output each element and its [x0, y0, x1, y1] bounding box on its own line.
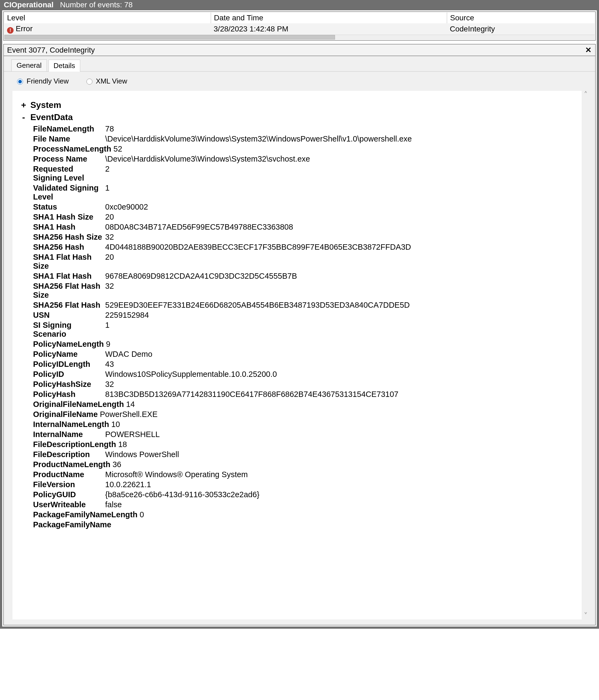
kv-value: 18 — [118, 440, 127, 449]
kv-value: Microsoft® Windows® Operating System — [105, 470, 571, 479]
table-row[interactable]: !Error 3/28/2023 1:42:48 PM CodeIntegrit… — [4, 23, 595, 35]
kv-key: SHA256 Hash Size — [33, 233, 103, 242]
kv-key: PolicyNameLength9 — [33, 340, 571, 349]
tab-general[interactable]: General — [11, 59, 47, 71]
kv-key: USN — [33, 311, 103, 320]
kv-value: 36 — [113, 460, 121, 469]
kv-key: ProductName — [33, 470, 103, 479]
kv-key: PolicyName — [33, 350, 103, 359]
cell-level-text: Error — [16, 24, 32, 33]
kv-value: 0xc0e90002 — [105, 202, 571, 211]
kv-key: PolicyIDLength — [33, 360, 103, 369]
kv-value: \Device\HarddiskVolume3\Windows\System32… — [105, 154, 571, 164]
kv-key: OriginalFileNameLength 14 — [33, 400, 571, 409]
eventdata-kv-list: FileNameLength 78 File Name \Device\Hard… — [33, 124, 571, 529]
expand-icon[interactable]: + — [21, 100, 27, 110]
grid-horizontal-scrollbar[interactable] — [4, 35, 595, 40]
kv-key: SHA1 Hash Size — [33, 212, 103, 222]
kv-key: SI Signing Scenario — [33, 321, 103, 339]
radio-friendly-view-label: Friendly View — [27, 77, 69, 85]
kv-value: 2 — [105, 165, 571, 182]
kv-key: SHA256 Flat Hash — [33, 301, 103, 309]
cell-date: 3/28/2023 1:42:48 PM — [211, 23, 447, 35]
kv-key: PackageFamilyNameLength 0 — [33, 510, 571, 519]
radio-xml-view[interactable]: XML View — [85, 77, 127, 85]
kv-key: UserWriteable — [33, 500, 103, 509]
kv-key: PolicyGUID — [33, 490, 103, 499]
radio-xml-view-label: XML View — [96, 77, 127, 85]
kv-value: 1 — [105, 321, 571, 339]
kv-value: 52 — [114, 145, 122, 153]
kv-value: \Device\HarddiskVolume3\Windows\System32… — [105, 134, 571, 144]
kv-key: SHA256 Hash — [33, 243, 103, 252]
tree-node-system-label: System — [30, 100, 61, 110]
scrollbar-track[interactable] — [335, 35, 595, 40]
col-header-source[interactable]: Source — [447, 12, 595, 23]
kv-value: 0 — [140, 510, 144, 519]
tab-strip: General Details — [4, 56, 595, 71]
event-detail-header: Event 3077, CodeIntegrity ✕ — [3, 44, 596, 56]
kv-value: Windows10SPolicySupplementable.10.0.2520… — [105, 370, 571, 379]
view-mode-row: Friendly View XML View — [16, 77, 590, 85]
kv-value: 9678EA8069D9812CDA2A41C9D3DC32D5C4555B7B — [105, 272, 571, 281]
kv-value: 32 — [105, 282, 571, 300]
scroll-down-icon[interactable]: ˅ — [582, 612, 590, 620]
kv-key: InternalName — [33, 430, 103, 439]
kv-value: 10.0.22621.1 — [105, 480, 571, 489]
tab-details[interactable]: Details — [49, 60, 80, 72]
kv-value: 9 — [106, 340, 110, 349]
titlebar-app: CIOperational — [4, 1, 54, 9]
radio-friendly-view[interactable]: Friendly View — [16, 77, 69, 85]
kv-key: File Name — [33, 134, 103, 144]
kv-value: 14 — [126, 400, 135, 409]
kv-value: 529EE9D30EEF7E331B24E66D68205AB4554B6EB3… — [105, 301, 571, 309]
kv-value: POWERSHELL — [105, 430, 571, 439]
kv-key: PackageFamilyName — [33, 520, 571, 529]
kv-key: PolicyHashSize — [33, 380, 103, 389]
kv-key: FileNameLength — [33, 124, 103, 133]
tree-node-system[interactable]: + System — [21, 100, 571, 110]
cell-source: CodeIntegrity — [447, 23, 595, 35]
event-detail-body: General Details Friendly View XML View — [3, 56, 596, 625]
kv-value: 43 — [105, 360, 571, 369]
tab-page-details: Friendly View XML View + System - Even — [4, 71, 595, 625]
collapse-icon[interactable]: - — [21, 112, 27, 122]
titlebar-subtitle: Number of events: 78 — [60, 1, 133, 9]
kv-key: FileVersion — [33, 480, 103, 489]
kv-value: 20 — [105, 253, 571, 271]
kv-key: ProductNameLength 36 — [33, 460, 571, 469]
scroll-up-icon[interactable]: ˄ — [582, 91, 590, 98]
kv-key: Process Name — [33, 154, 103, 164]
kv-key: Validated Signing Level — [33, 183, 103, 201]
kv-value: PowerShell.EXE — [100, 410, 158, 419]
kv-key: PolicyHash — [33, 390, 103, 399]
kv-key: Status — [33, 202, 103, 211]
kv-value: 78 — [105, 124, 571, 133]
kv-key: InternalNameLength 10 — [33, 420, 571, 429]
kv-value: 2259152984 — [105, 311, 571, 320]
kv-value: 4D0448188B90020BD2AE839BECC3ECF17F35BBC8… — [105, 243, 571, 252]
scrollbar-thumb[interactable] — [4, 35, 335, 40]
radio-xml-view-input[interactable] — [86, 79, 93, 84]
kv-value: 32 — [105, 233, 571, 242]
detail-panel-outer: + System - EventData FileNameLength 78 F… — [13, 91, 590, 620]
event-grid[interactable]: Level Date and Time Source !Error 3/28/2… — [3, 11, 596, 41]
grid-header-row[interactable]: Level Date and Time Source — [4, 12, 595, 23]
close-icon[interactable]: ✕ — [583, 46, 593, 54]
detail-vertical-scrollbar[interactable]: ˄ ˅ — [582, 91, 590, 620]
kv-value: WDAC Demo — [105, 350, 571, 359]
kv-key: SHA256 Flat Hash Size — [33, 282, 103, 300]
kv-value: 08D0A8C34B717AED56F99EC57B49788EC3363808 — [105, 223, 571, 231]
col-header-date[interactable]: Date and Time — [211, 12, 447, 23]
kv-key: FileDescription — [33, 450, 103, 459]
kv-key: SHA1 Flat Hash Size — [33, 253, 103, 271]
radio-friendly-view-input[interactable] — [17, 79, 23, 84]
kv-key: OriginalFileName PowerShell.EXE — [33, 410, 571, 419]
col-header-level[interactable]: Level — [4, 12, 211, 23]
tree-node-eventdata[interactable]: - EventData — [21, 112, 571, 122]
kv-value: 32 — [105, 380, 571, 389]
kv-key: ProcessNameLength52 — [33, 145, 571, 153]
kv-value: false — [105, 500, 571, 509]
event-detail-title: Event 3077, CodeIntegrity — [7, 46, 95, 54]
kv-value: 1 — [105, 183, 571, 201]
